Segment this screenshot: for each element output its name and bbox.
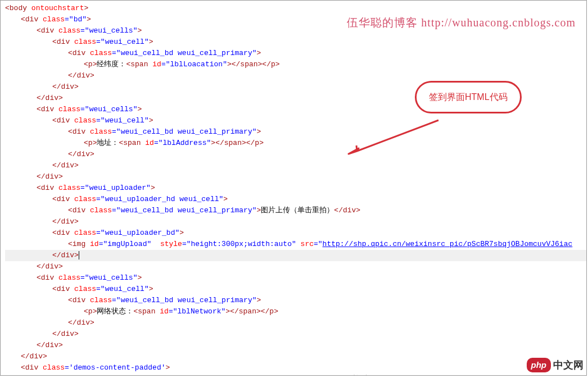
code-line: <div class="weui_cell">: [5, 37, 586, 48]
code-viewer: <body ontouchstart> <div class="bd"> <di…: [0, 0, 587, 376]
code-line: </div>: [5, 261, 586, 272]
code-line: </div>: [5, 317, 586, 329]
code-line: <div class="weui_uploader_hd weui_cell">: [5, 194, 586, 205]
code-line: <p>地址：<span id="lblAddress"></span></p>: [5, 138, 586, 149]
code-line: </div>: [5, 70, 586, 81]
code-line: <div class="weui_cell">: [5, 115, 586, 126]
code-line: <img id="imgUpload" style="height:300px;…: [5, 239, 586, 250]
code-line: <div class="weui_cells">: [5, 272, 586, 284]
code-line: <div class="weui_uploader">: [5, 183, 586, 194]
watermark-text: 伍华聪的博客 http://wuhuacong.cnblogs.com: [347, 17, 576, 28]
code-line: <div class="weui_cell">: [5, 284, 586, 295]
code-line: </div>: [5, 329, 586, 340]
code-line: <div class="weui_cell_bd weui_cell_prima…: [5, 126, 586, 138]
logo-text: 中文网: [553, 359, 584, 371]
code-line: <div class="weui_cell_bd weui_cell_prima…: [5, 48, 586, 59]
code-line-active: </div>: [5, 250, 586, 261]
site-logo: php 中文网: [527, 358, 584, 372]
code-line: </div>: [5, 340, 586, 351]
code-line: <div class="weui_uploader_bd">: [5, 227, 586, 239]
code-line: <p>经纬度：<span id="lblLoacation"></span></…: [5, 59, 586, 70]
code-line: <div class="weui_cell_bd weui_cell_prima…: [5, 295, 586, 306]
code-line: </div>: [5, 171, 586, 183]
annotation-callout: 签到界面HTML代码: [415, 81, 522, 113]
code-line: </div>: [5, 351, 586, 362]
code-line: <body ontouchstart>: [5, 3, 586, 14]
code-line: </div>: [5, 160, 586, 171]
code-line: <p>网络状态：<span id="lblNetwork"></span></p…: [5, 306, 586, 317]
code-line: </div>: [5, 149, 586, 160]
code-line: <div class="weui_cell_bd weui_cell_prima…: [5, 205, 586, 216]
code-line: </div>: [5, 216, 586, 227]
code-line: <div class='demos-content-padded'>: [5, 362, 586, 374]
annotation-arrow: [349, 120, 438, 154]
code-line: <a href="javascript:;" id='btnSignIn' cl…: [5, 374, 586, 376]
logo-badge: php: [527, 358, 551, 372]
